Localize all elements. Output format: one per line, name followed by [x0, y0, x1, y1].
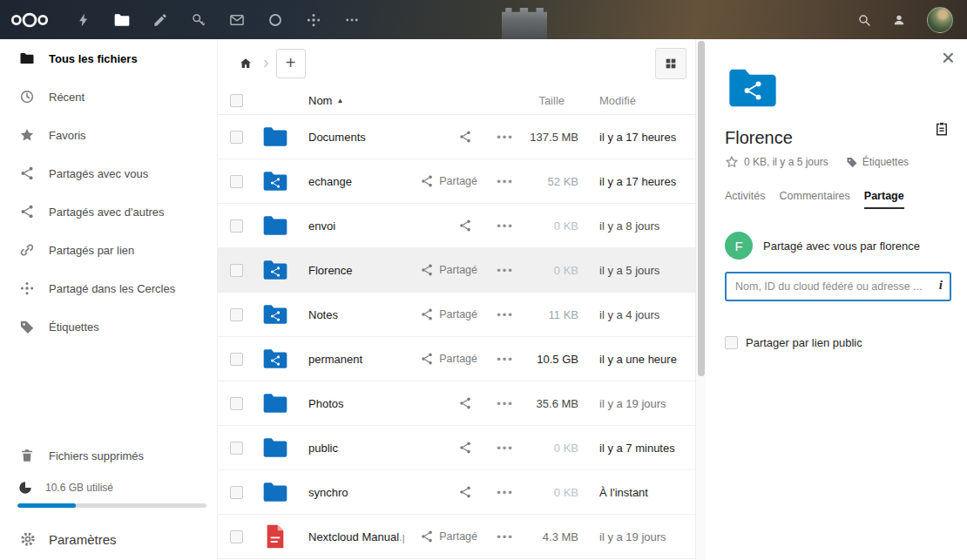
file-row[interactable]: Documents ••• 137.5 MB il y a 17 heures — [218, 115, 695, 159]
row-checkbox[interactable] — [230, 486, 243, 499]
search-icon[interactable] — [857, 0, 871, 39]
sidebar-item-deleted-files[interactable]: Fichiers supprimés — [0, 436, 217, 475]
row-checkbox[interactable] — [230, 530, 243, 543]
share-action[interactable]: Partagé — [404, 352, 488, 366]
file-name[interactable]: envoi — [296, 219, 404, 233]
contacts-icon[interactable] — [892, 0, 906, 39]
new-file-button[interactable]: + — [276, 49, 306, 78]
sidebar-item-shared-in-circles[interactable]: Partagé dans les Cercles — [0, 269, 217, 307]
files-app-icon[interactable] — [103, 0, 141, 39]
scrollbar-thumb[interactable] — [698, 41, 705, 376]
column-header-modified[interactable]: Modifié — [591, 94, 695, 107]
tab-sharing[interactable]: Partage — [864, 190, 904, 209]
column-header-name[interactable]: Nom▲ — [296, 94, 404, 107]
passwords-app-icon[interactable] — [179, 0, 218, 39]
more-actions-button[interactable]: ••• — [488, 264, 523, 277]
share-by-public-link-option[interactable]: Partager par lien public — [725, 336, 951, 349]
more-actions-button[interactable]: ••• — [488, 530, 523, 543]
file-name[interactable]: Nextcloud Manual.pdf — [296, 530, 404, 543]
share-icon — [458, 130, 472, 144]
sidebar-item-tags[interactable]: Étiquettes — [0, 307, 217, 346]
quota-icon — [17, 480, 33, 496]
share-action[interactable]: Partagé — [404, 307, 488, 321]
more-actions-button[interactable]: ••• — [488, 175, 523, 188]
user-avatar[interactable] — [927, 7, 953, 33]
details-tabs: Activités Commentaires Partage — [725, 190, 951, 209]
more-apps-icon[interactable] — [333, 0, 371, 39]
home-breadcrumb[interactable] — [233, 51, 258, 76]
storage-usage: 10.6 GB utilisé — [0, 475, 217, 518]
row-checkbox[interactable] — [230, 175, 243, 188]
circles-icon — [19, 280, 35, 296]
tab-comments[interactable]: Commentaires — [780, 190, 850, 209]
row-checkbox[interactable] — [230, 397, 243, 410]
copy-link-icon[interactable] — [934, 121, 950, 137]
grid-view-toggle[interactable] — [655, 48, 686, 79]
more-actions-button[interactable]: ••• — [488, 308, 523, 321]
file-name[interactable]: Documents — [296, 131, 404, 144]
main-scrollbar[interactable] — [695, 39, 706, 560]
more-actions-button[interactable]: ••• — [488, 353, 523, 366]
file-size: 0 KB — [523, 219, 591, 233]
file-name[interactable]: public — [296, 442, 404, 455]
more-actions-button[interactable]: ••• — [488, 486, 523, 499]
row-checkbox[interactable] — [230, 308, 243, 321]
settings-button[interactable]: Paramètres — [0, 518, 217, 560]
row-checkbox[interactable] — [230, 353, 243, 366]
more-actions-button[interactable]: ••• — [488, 442, 523, 455]
tab-activities[interactable]: Activités — [725, 190, 766, 209]
share-action[interactable] — [404, 130, 488, 144]
folder-icon — [261, 389, 289, 417]
share-action[interactable]: Partagé — [404, 174, 488, 188]
sidebar-item-shared-with-you[interactable]: Partagés avec vous — [0, 154, 217, 192]
share-action[interactable]: Partagé — [404, 530, 488, 543]
share-action[interactable] — [404, 219, 488, 233]
more-actions-button[interactable]: ••• — [488, 131, 523, 144]
share-action[interactable]: Partagé — [404, 263, 488, 277]
file-name[interactable]: Photos — [296, 397, 404, 410]
file-name[interactable]: synchro — [296, 486, 404, 499]
file-name[interactable]: Florence — [296, 264, 404, 277]
circles-app-icon[interactable] — [294, 0, 333, 39]
share-recipient-input[interactable] — [725, 272, 951, 301]
row-checkbox[interactable] — [230, 131, 243, 144]
nextcloud-logo-icon[interactable] — [7, 9, 52, 31]
info-icon[interactable]: i — [939, 278, 943, 293]
row-checkbox[interactable] — [230, 264, 243, 277]
sidebar-item-shared-by-link[interactable]: Partagés par lien — [0, 231, 217, 269]
file-row[interactable]: permanent Partagé ••• 10.5 GB il y a une… — [218, 337, 695, 381]
activity-app-icon[interactable] — [64, 0, 103, 39]
favorite-star-icon[interactable] — [725, 155, 739, 169]
more-actions-button[interactable]: ••• — [488, 219, 523, 233]
row-checkbox[interactable] — [230, 219, 243, 233]
file-name[interactable]: echange — [296, 175, 404, 188]
share-action[interactable] — [404, 441, 488, 455]
sidebar-item-recent[interactable]: Récent — [0, 78, 217, 116]
file-row[interactable]: Notes Partagé ••• 11 KB il y a 4 jours — [218, 293, 695, 337]
file-name[interactable]: permanent — [296, 353, 404, 366]
sidebar-item-all-files[interactable]: Tous les fichiers — [0, 39, 217, 78]
file-row[interactable]: echange Partagé ••• 52 KB il y a 17 heur… — [218, 159, 695, 204]
mail-app-icon[interactable] — [218, 0, 256, 39]
select-all-checkbox[interactable] — [230, 94, 243, 107]
search-app-icon[interactable] — [256, 0, 294, 39]
row-checkbox[interactable] — [230, 442, 243, 455]
file-row[interactable]: Photos ••• 35.6 MB il y a 19 jours — [218, 381, 695, 426]
file-row[interactable]: envoi ••• 0 KB il y a 8 jours — [218, 204, 695, 248]
file-row-selected[interactable]: Florence Partagé ••• 0 KB il y a 5 jours — [218, 248, 695, 293]
tags-button[interactable]: Étiquettes — [846, 156, 909, 168]
file-row[interactable]: public ••• 0 KB il y a 7 minutes — [218, 426, 695, 470]
share-action[interactable] — [404, 485, 488, 499]
file-row[interactable]: Nextcloud Manual.pdf Partagé ••• 4.3 MB … — [218, 515, 695, 559]
column-header-size[interactable]: Taille — [523, 94, 591, 107]
more-actions-button[interactable]: ••• — [488, 397, 523, 410]
sidebar-item-favorites[interactable]: Favoris — [0, 116, 217, 154]
file-name[interactable]: Notes — [296, 308, 404, 321]
close-icon[interactable]: × — [942, 46, 955, 69]
notes-app-icon[interactable] — [141, 0, 179, 39]
public-link-checkbox[interactable] — [725, 336, 738, 349]
sidebar-item-shared-with-others[interactable]: Partagés avec d'autres — [0, 192, 217, 231]
share-action[interactable] — [404, 396, 488, 410]
file-row[interactable]: synchro ••• 0 KB À l'instant — [218, 470, 695, 515]
file-modified: il y a 8 jours — [591, 219, 695, 233]
